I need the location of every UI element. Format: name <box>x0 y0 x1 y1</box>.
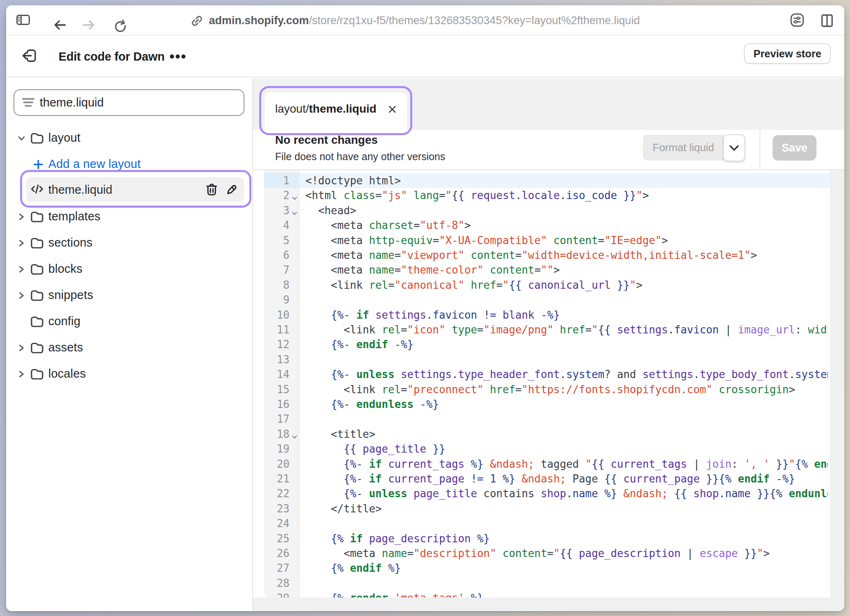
code-line-22[interactable]: 22 {%- unless page_title contains shop.n… <box>253 486 844 501</box>
folder-icon <box>31 342 43 355</box>
code-line-27[interactable]: 27 {% endif %} <box>253 561 844 575</box>
more-actions-icon[interactable] <box>170 52 187 61</box>
format-liquid-caret-button[interactable] <box>723 134 745 161</box>
code-line-14[interactable]: 14 {%- unless settings.type_header_font.… <box>253 367 844 382</box>
tree-item-label: blocks <box>48 262 82 276</box>
sidebar-item-snippets[interactable]: snippets <box>6 282 252 308</box>
code-line-9[interactable]: 9 <box>253 292 844 307</box>
code-text <box>305 352 828 367</box>
code-line-25[interactable]: 25 {% if page_description %} <box>253 531 844 546</box>
main-panel: layout/theme.liquid No recent changes Fi… <box>253 78 844 611</box>
code-editor[interactable]: 1<!doctype html>2<html class="js" lang="… <box>253 170 844 598</box>
code-line-19[interactable]: 19 {{ page_title }} <box>253 442 844 456</box>
split-view-icon[interactable] <box>821 14 833 27</box>
fold-chevron-icon[interactable] <box>292 210 297 217</box>
line-number: 9 <box>264 292 289 308</box>
code-text: <title> <box>305 427 828 442</box>
format-liquid-label: Format liquid <box>653 141 714 154</box>
exit-icon[interactable] <box>22 49 36 62</box>
folder-icon <box>31 369 43 381</box>
folder-icon <box>31 133 43 145</box>
code-line-15[interactable]: 15 <link rel="preconnect" href="https://… <box>253 382 844 397</box>
code-line-29[interactable]: 29 {% render 'meta-tags' %} <box>253 591 844 598</box>
chevron-down-icon <box>729 145 739 151</box>
sidebar-item-assets[interactable]: assets <box>6 335 252 361</box>
browser-window: admin.shopify.com/store/rzq1xu-f5/themes… <box>6 5 844 611</box>
toolbar-divider <box>760 130 760 170</box>
code-line-4[interactable]: 4 <meta charset="utf-8"> <box>253 218 844 233</box>
code-line-16[interactable]: 16 {%- endunless -%} <box>253 397 844 412</box>
line-number: 2 <box>264 188 289 203</box>
fold-chevron-icon[interactable] <box>292 433 297 441</box>
chevron-right-icon[interactable] <box>18 240 25 247</box>
code-line-7[interactable]: 7 <meta name="theme-color" content=""> <box>253 263 844 277</box>
code-line-5[interactable]: 5 <meta http-equiv="X-UA-Compatible" con… <box>253 233 844 248</box>
sidebar-item-locales[interactable]: locales <box>6 361 252 387</box>
code-line-12[interactable]: 12 {%- endif -%} <box>253 337 844 352</box>
chevron-right-icon[interactable] <box>18 213 25 220</box>
page-settings-icon[interactable] <box>790 13 804 27</box>
code-text: <meta name="description" content="{{ pag… <box>305 546 828 561</box>
sidebar-item-theme-liquid-selected[interactable]: theme.liquid <box>6 177 252 204</box>
code-line-13[interactable]: 13 <box>253 352 844 367</box>
code-text: {% if page_description %} <box>305 531 828 546</box>
code-line-26[interactable]: 26 <meta name="description" content="{{ … <box>253 546 844 561</box>
sidebar-item-sections[interactable]: sections <box>6 230 252 256</box>
code-line-24[interactable]: 24 <box>253 516 844 531</box>
preview-store-button[interactable]: Preview store <box>744 43 831 64</box>
tree-item-label: assets <box>48 341 83 354</box>
file-search-input[interactable]: theme.liquid <box>14 89 244 116</box>
versions-bar: No recent changes File does not have any… <box>253 130 844 170</box>
sidebar-item-blocks[interactable]: blocks <box>6 256 252 282</box>
line-number: 28 <box>264 576 289 591</box>
code-text: {%- if settings.favicon != blank -%} <box>305 308 828 323</box>
code-line-2[interactable]: 2<html class="js" lang="{{ request.local… <box>253 188 844 203</box>
folder-icon <box>31 264 43 276</box>
code-text: {%- endunless -%} <box>305 397 828 412</box>
code-line-21[interactable]: 21 {%- if current_page != 1 %} &ndash; P… <box>253 471 844 486</box>
page-title: Edit code for Dawn <box>59 50 165 63</box>
code-text: <!doctype html> <box>305 173 828 188</box>
code-line-20[interactable]: 20 {%- if current_tags %} &ndash; tagged… <box>253 457 844 471</box>
chevron-right-icon[interactable] <box>18 292 25 299</box>
code-line-3[interactable]: 3 <head> <box>253 203 844 218</box>
code-text: {% render 'meta-tags' %} <box>305 591 828 598</box>
sidebar-item-templates[interactable]: templates <box>6 204 252 230</box>
fold-chevron-icon[interactable] <box>292 195 297 202</box>
code-line-23[interactable]: 23 </title> <box>253 501 844 516</box>
line-number: 6 <box>264 248 289 263</box>
file-tree: layoutAdd a new layouttheme.liquidtempla… <box>6 125 252 387</box>
code-line-8[interactable]: 8 <link rel="canonical" href="{{ canonic… <box>253 278 844 292</box>
tab-highlight-ring <box>259 86 412 135</box>
code-line-1[interactable]: 1<!doctype html> <box>253 173 844 188</box>
chevron-right-icon[interactable] <box>18 344 25 351</box>
code-line-28[interactable]: 28 <box>253 576 844 591</box>
versions-subtitle: File does not have any other versions <box>275 151 445 163</box>
folder-icon <box>31 316 43 329</box>
content-area: theme.liquid layoutAdd a new layouttheme… <box>6 78 844 611</box>
versions-title: No recent changes <box>275 134 378 147</box>
line-number: 17 <box>264 412 289 427</box>
tree-item-label: layout <box>48 131 81 145</box>
format-liquid-button[interactable]: Format liquid <box>643 135 724 161</box>
tree-item-label: templates <box>48 210 101 223</box>
code-line-18[interactable]: 18 <title> <box>253 427 844 442</box>
chevron-right-icon[interactable] <box>18 266 25 273</box>
code-line-11[interactable]: 11 <link rel="icon" type="image/png" hre… <box>253 322 844 337</box>
code-text <box>305 576 828 591</box>
chevron-down-icon[interactable] <box>18 136 25 141</box>
sidebar-item-config[interactable]: config <box>6 308 252 335</box>
save-button[interactable]: Save <box>773 135 816 161</box>
code-text: {%- endif -%} <box>305 337 828 352</box>
code-line-10[interactable]: 10 {%- if settings.favicon != blank -%} <box>253 308 844 322</box>
app-header: Edit code for Dawn Preview store <box>6 36 844 77</box>
tree-item-label: snippets <box>48 288 93 302</box>
url-bar[interactable]: admin.shopify.com/store/rzq1xu-f5/themes… <box>6 5 844 36</box>
line-number: 14 <box>264 367 289 382</box>
code-line-17[interactable]: 17 <box>253 412 844 426</box>
code-line-6[interactable]: 6 <meta name="viewport" content="width=d… <box>253 248 844 263</box>
chevron-right-icon[interactable] <box>18 371 25 378</box>
editor-bottom-margin <box>253 598 844 611</box>
sidebar-item-layout[interactable]: layout <box>6 125 252 151</box>
code-text: {% endif %} <box>305 561 828 576</box>
